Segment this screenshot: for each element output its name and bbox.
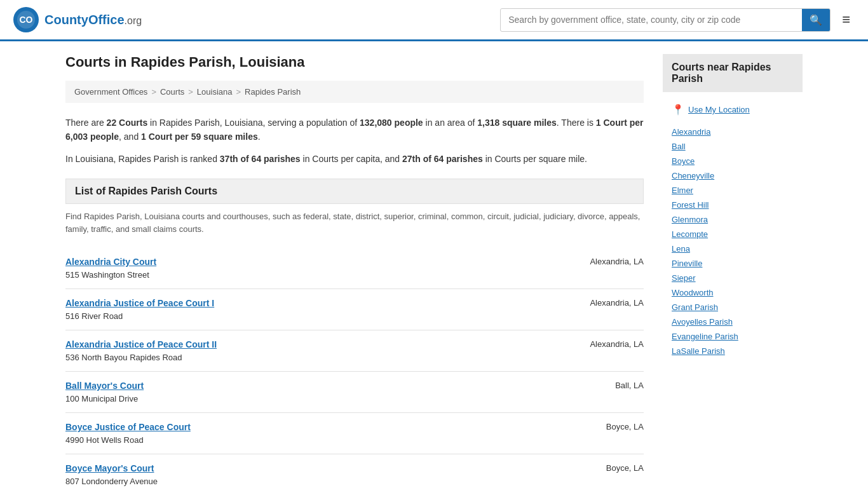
court-item-left: Ball Mayor's Court 100 Municipal Drive xyxy=(65,381,144,403)
info2-pre: In Louisiana, Rapides Parish is ranked xyxy=(65,154,220,164)
table-row: Boyce Justice of Peace Court 4990 Hot We… xyxy=(65,413,644,454)
court-name[interactable]: Alexandria Justice of Peace Court I xyxy=(65,298,214,308)
logo-suffix: .org xyxy=(125,15,142,26)
breadcrumb-courts[interactable]: Courts xyxy=(160,87,184,97)
section-desc: Find Rapides Parish, Louisiana courts an… xyxy=(65,210,644,235)
info-end: . xyxy=(258,132,261,142)
rank-capita: 37th of 64 parishes xyxy=(220,154,301,164)
sidebar-item-city[interactable]: Forest Hill xyxy=(663,198,803,212)
sidebar-item-city[interactable]: Ball xyxy=(663,139,803,154)
sidebar-item-city[interactable]: Sieper xyxy=(663,271,803,285)
court-item-left: Boyce Justice of Peace Court 4990 Hot We… xyxy=(65,422,191,445)
sidebar-item-parish[interactable]: Grant Parish xyxy=(663,300,803,315)
info2-post: in Courts per square mile. xyxy=(483,154,587,164)
logo-icon: CO xyxy=(13,6,39,33)
svg-text:CO: CO xyxy=(20,15,33,25)
court-address: 4990 Hot Wells Road xyxy=(65,435,144,445)
sidebar-item-city[interactable]: Pineville xyxy=(663,256,803,271)
search-bar: 🔍 xyxy=(500,8,831,32)
info2-mid: in Courts per capita, and xyxy=(301,154,402,164)
section-heading: List of Rapides Parish Courts xyxy=(65,179,644,204)
menu-button[interactable]: ≡ xyxy=(837,9,855,30)
court-address: 515 Washington Street xyxy=(65,270,149,280)
sidebar-item-parish[interactable]: Evangeline Parish xyxy=(663,329,803,344)
court-item-left: Alexandria Justice of Peace Court II 536… xyxy=(65,339,217,362)
sidebar-item-city[interactable]: Boyce xyxy=(663,154,803,168)
breadcrumb: Government Offices > Courts > Louisiana … xyxy=(65,81,644,103)
info-paragraph-1: There are 22 Courts in Rapides Parish, L… xyxy=(65,116,644,144)
info-pre: There are xyxy=(65,118,107,128)
logo-area: CO CountyOffice.org xyxy=(13,6,142,33)
sidebar-item-city[interactable]: Woodworth xyxy=(663,285,803,300)
population: 132,080 people xyxy=(360,118,423,128)
courts-count: 22 Courts xyxy=(107,118,148,128)
per-sqmile: 1 Court per 59 square miles xyxy=(141,132,258,142)
court-name[interactable]: Alexandria Justice of Peace Court II xyxy=(65,339,217,349)
table-row: Alexandria Justice of Peace Court II 536… xyxy=(65,330,644,372)
info-post: . There is xyxy=(557,118,596,128)
court-item-left: Boyce Mayor's Court 807 Londonderry Aven… xyxy=(65,463,158,486)
logo-name: CountyOffice xyxy=(44,13,125,27)
sidebar-item-city[interactable]: Elmer xyxy=(663,183,803,198)
rank-sqmile: 27th of 64 parishes xyxy=(402,154,483,164)
breadcrumb-sep-1: > xyxy=(151,87,156,97)
breadcrumb-sep-2: > xyxy=(188,87,193,97)
search-button[interactable]: 🔍 xyxy=(802,9,830,31)
sidebar: Courts near Rapides Parish 📍 Use My Loca… xyxy=(663,54,803,488)
court-name[interactable]: Boyce Mayor's Court xyxy=(65,463,158,473)
court-address: 536 North Bayou Rapides Road xyxy=(65,353,182,362)
court-city: Ball, LA xyxy=(615,381,644,390)
location-icon: 📍 xyxy=(672,104,684,116)
sidebar-item-city[interactable]: Cheneyville xyxy=(663,168,803,183)
breadcrumb-sep-3: > xyxy=(236,87,241,97)
sidebar-item-parish[interactable]: LaSalle Parish xyxy=(663,344,803,358)
court-city: Boyce, LA xyxy=(606,422,644,431)
breadcrumb-louisiana[interactable]: Louisiana xyxy=(197,87,233,97)
court-city: Alexandria, LA xyxy=(590,339,644,349)
header: CO CountyOffice.org 🔍 ≡ xyxy=(0,0,868,41)
breadcrumb-gov[interactable]: Government Offices xyxy=(74,87,147,97)
content-area: Courts in Rapides Parish, Louisiana Gove… xyxy=(65,54,644,488)
table-row: Alexandria Justice of Peace Court I 516 … xyxy=(65,289,644,330)
logo-text: CountyOffice.org xyxy=(44,13,142,27)
info-mid2: in an area of xyxy=(423,118,478,128)
sidebar-item-city[interactable]: Lecompte xyxy=(663,227,803,241)
search-input[interactable] xyxy=(501,10,802,30)
info-and: , and xyxy=(119,132,141,142)
header-right: 🔍 ≡ xyxy=(500,8,855,32)
court-item-left: Alexandria City Court 515 Washington Str… xyxy=(65,257,156,280)
sidebar-item-city[interactable]: Lena xyxy=(663,241,803,256)
sidebar-item-parish[interactable]: Avoyelles Parish xyxy=(663,315,803,329)
court-city: Alexandria, LA xyxy=(590,257,644,266)
court-address: 516 River Road xyxy=(65,311,123,321)
court-address: 100 Municipal Drive xyxy=(65,394,138,403)
page-title: Courts in Rapides Parish, Louisiana xyxy=(65,54,644,71)
area: 1,318 square miles xyxy=(477,118,557,128)
table-row: Boyce Mayor's Court 807 Londonderry Aven… xyxy=(65,454,644,488)
court-city: Alexandria, LA xyxy=(590,298,644,308)
court-list: Alexandria City Court 515 Washington Str… xyxy=(65,248,644,488)
info-paragraph-2: In Louisiana, Rapides Parish is ranked 3… xyxy=(65,152,644,166)
use-location-link[interactable]: Use My Location xyxy=(688,105,750,114)
breadcrumb-current: Rapides Parish xyxy=(245,87,301,97)
court-city: Boyce, LA xyxy=(606,463,644,473)
use-location-row: 📍 Use My Location xyxy=(663,100,803,119)
court-name[interactable]: Boyce Justice of Peace Court xyxy=(65,422,191,432)
court-name[interactable]: Alexandria City Court xyxy=(65,257,156,267)
info-mid: in Rapides Parish, Louisiana, serving a … xyxy=(147,118,360,128)
sidebar-item-city[interactable]: Alexandria xyxy=(663,125,803,139)
sidebar-parishes: Grant ParishAvoyelles ParishEvangeline P… xyxy=(663,300,803,358)
court-name[interactable]: Ball Mayor's Court xyxy=(65,381,144,391)
table-row: Alexandria City Court 515 Washington Str… xyxy=(65,248,644,289)
sidebar-title: Courts near Rapides Parish xyxy=(663,54,803,92)
court-item-left: Alexandria Justice of Peace Court I 516 … xyxy=(65,298,214,321)
sidebar-item-city[interactable]: Glenmora xyxy=(663,212,803,227)
court-address: 807 Londonderry Avenue xyxy=(65,477,158,486)
sidebar-cities: AlexandriaBallBoyceCheneyvilleElmerFores… xyxy=(663,125,803,300)
table-row: Ball Mayor's Court 100 Municipal Drive B… xyxy=(65,372,644,413)
main-container: Courts in Rapides Parish, Louisiana Gove… xyxy=(53,41,815,488)
